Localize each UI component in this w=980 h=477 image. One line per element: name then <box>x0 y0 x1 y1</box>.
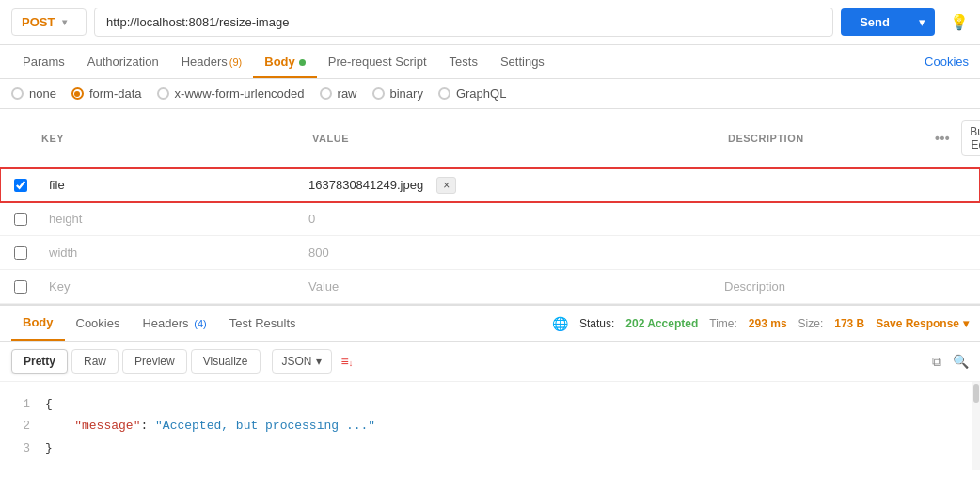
body-type-binary[interactable]: binary <box>372 87 423 101</box>
code-line-2: 2 "message": "Accepted, but processing .… <box>0 415 980 437</box>
scrollbar-thumb <box>973 384 979 403</box>
bulk-edit-button[interactable]: Bulk Edit <box>961 120 980 156</box>
row3-checkbox[interactable] <box>14 246 27 260</box>
line-num-1: 1 <box>11 393 30 415</box>
row2-value: 0 <box>301 206 717 231</box>
row3-desc <box>717 247 924 259</box>
body-type-formdata[interactable]: form-data <box>71 87 142 101</box>
bulk-edit-area: ••• Bulk Edit <box>924 115 980 162</box>
tab-tests[interactable]: Tests <box>438 45 489 78</box>
resp-tab-cookies[interactable]: Cookies <box>65 307 132 340</box>
graphql-radio[interactable] <box>438 87 450 100</box>
url-input[interactable] <box>94 8 833 37</box>
copy-icon[interactable]: ⧉ <box>932 354 941 370</box>
code-content-2: "message": "Accepted, but processing ...… <box>45 415 375 437</box>
binary-radio[interactable] <box>372 87 385 100</box>
table-header: KEY VALUE DESCRIPTION ••• Bulk Edit <box>0 109 980 168</box>
top-bar: POST ▾ Send ▾ 💡 <box>0 0 980 45</box>
code-line-1: 1 { <box>0 393 980 415</box>
status-value: 202 Accepted <box>625 317 698 330</box>
code-line-3: 3 } <box>0 437 980 459</box>
search-icon[interactable]: 🔍 <box>953 354 969 369</box>
formdata-radio[interactable] <box>71 87 84 100</box>
tab-settings[interactable]: Settings <box>489 45 556 78</box>
row1-desc <box>717 180 924 191</box>
body-type-urlencoded[interactable]: x-www-form-urlencoded <box>157 87 305 101</box>
body-type-bar: none form-data x-www-form-urlencoded raw… <box>0 79 980 109</box>
row3-key-cell: width <box>0 240 301 265</box>
tab-body[interactable]: Body <box>253 45 317 78</box>
row2-key: height <box>41 206 89 231</box>
table-row: height 0 <box>0 202 980 236</box>
method-select[interactable]: POST ▾ <box>11 8 87 36</box>
cookies-link[interactable]: Cookies <box>925 55 969 69</box>
method-chevron-icon: ▾ <box>62 17 67 27</box>
status-label: Status: <box>579 317 614 330</box>
body-type-graphql[interactable]: GraphQL <box>438 87 506 101</box>
body-dot <box>299 59 306 66</box>
size-label: Size: <box>798 317 824 330</box>
body-type-none[interactable]: none <box>11 87 56 101</box>
code-area: 1 { 2 "message": "Accepted, but processi… <box>0 382 980 470</box>
row4-key-cell: Key <box>0 274 301 299</box>
request-tab-bar: Params Authorization Headers(9) Body Pre… <box>0 45 980 79</box>
urlencoded-radio[interactable] <box>157 87 169 100</box>
line-num-3: 3 <box>11 437 30 459</box>
format-raw-button[interactable]: Raw <box>71 349 119 374</box>
tab-authorization[interactable]: Authorization <box>76 45 170 78</box>
body-type-raw[interactable]: raw <box>320 87 357 101</box>
code-content-3: } <box>45 437 53 459</box>
size-value: 173 B <box>834 317 864 330</box>
send-button[interactable]: Send <box>841 8 909 36</box>
row2-checkbox[interactable] <box>14 213 27 226</box>
code-value: "Accepted, but processing ..." <box>155 419 375 433</box>
row1-value: 1637830841249.jpeg <box>301 172 431 198</box>
raw-radio[interactable] <box>320 87 332 100</box>
value-column-header: VALUE <box>301 127 717 150</box>
row4-desc: Description <box>717 274 924 299</box>
status-bar: 🌐 Status: 202 Accepted Time: 293 ms Size… <box>552 316 969 331</box>
row2-checkbox-cell <box>0 213 41 226</box>
scrollbar-track <box>972 382 980 470</box>
more-icon[interactable]: ••• <box>935 131 950 146</box>
tab-params[interactable]: Params <box>11 45 76 78</box>
chevron-down-icon: ▾ <box>316 355 322 368</box>
line-num-2: 2 <box>11 415 30 437</box>
filter-icon[interactable]: ≡↓ <box>341 354 354 369</box>
row4-key: Key <box>41 274 77 299</box>
row1-key-cell: file <box>0 172 301 198</box>
row2-key-cell: height <box>0 206 301 231</box>
table-row: Key Value Description <box>0 270 980 304</box>
row1-checkbox[interactable] <box>14 179 27 192</box>
resp-tab-headers[interactable]: Headers (4) <box>131 307 217 340</box>
code-key: "message" <box>74 419 140 433</box>
format-pretty-button[interactable]: Pretty <box>11 349 68 374</box>
tab-prerequest[interactable]: Pre-request Script <box>317 45 438 78</box>
row1-key: file <box>41 172 72 198</box>
resp-tab-body[interactable]: Body <box>11 306 65 341</box>
json-format-select[interactable]: JSON ▾ <box>272 349 332 374</box>
row2-desc <box>717 214 924 225</box>
response-toolbar: Pretty Raw Preview Visualize JSON ▾ ≡↓ ⧉… <box>0 342 980 382</box>
table-row: width 800 <box>0 236 980 270</box>
row1-checkbox-cell <box>0 179 41 192</box>
row4-checkbox[interactable] <box>14 280 27 294</box>
send-dropdown-button[interactable]: ▾ <box>909 8 935 36</box>
response-tab-bar: Body Cookies Headers (4) Test Results 🌐 … <box>0 306 980 342</box>
resp-tab-testresults[interactable]: Test Results <box>218 307 308 340</box>
chevron-down-icon: ▾ <box>963 317 969 330</box>
row3-checkbox-cell <box>0 246 41 260</box>
row3-key: width <box>41 240 85 265</box>
key-column-header: KEY <box>0 127 301 150</box>
tab-headers[interactable]: Headers(9) <box>170 45 254 78</box>
time-label: Time: <box>709 317 737 330</box>
save-response-button[interactable]: Save Response ▾ <box>876 317 969 330</box>
globe-icon: 🌐 <box>552 316 568 331</box>
none-radio[interactable] <box>11 87 24 100</box>
lightbulb-icon[interactable]: 💡 <box>950 13 969 31</box>
response-section: Body Cookies Headers (4) Test Results 🌐 … <box>0 304 980 470</box>
format-preview-button[interactable]: Preview <box>122 349 187 374</box>
send-button-group: Send ▾ <box>841 8 935 36</box>
method-label: POST <box>22 15 55 29</box>
format-visualize-button[interactable]: Visualize <box>191 349 261 374</box>
